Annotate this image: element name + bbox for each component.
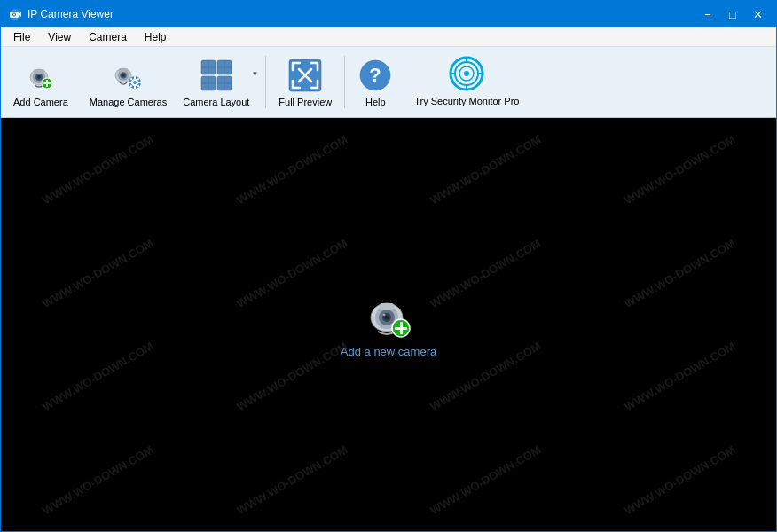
watermark-cell: WWW.WO-DOWN.COM <box>569 283 776 469</box>
menu-bar: File View Camera Help <box>1 27 776 47</box>
title-bar-controls: − □ ✕ <box>696 5 769 23</box>
full-preview-button[interactable]: Full Preview <box>268 51 342 113</box>
help-icon: ? <box>357 58 393 93</box>
main-content: WWW.WO-DOWN.COM WWW.WO-DOWN.COM WWW.WO-D… <box>1 118 776 531</box>
manage-cameras-icon <box>110 58 145 93</box>
watermark-cell: WWW.WO-DOWN.COM <box>376 118 595 262</box>
svg-rect-9 <box>34 69 44 74</box>
watermark-cell: WWW.WO-DOWN.COM <box>569 118 776 262</box>
maximize-button[interactable]: □ <box>721 5 744 23</box>
svg-rect-24 <box>138 82 141 83</box>
watermark-cell: WWW.WO-DOWN.COM <box>182 118 401 262</box>
close-button[interactable]: ✕ <box>746 5 769 23</box>
svg-point-58 <box>385 316 389 320</box>
menu-item-help[interactable]: Help <box>136 29 176 45</box>
title-bar: IP Camera Viewer − □ ✕ <box>1 1 776 27</box>
svg-text:?: ? <box>370 64 381 86</box>
add-camera-label: Add Camera <box>13 97 68 107</box>
window-icon <box>8 7 22 21</box>
minimize-button[interactable]: − <box>696 5 719 23</box>
menu-item-view[interactable]: View <box>39 29 80 45</box>
help-label: Help <box>365 97 386 107</box>
full-preview-icon <box>287 58 323 93</box>
svg-point-8 <box>37 75 41 79</box>
full-preview-label: Full Preview <box>279 97 332 107</box>
app-window: IP Camera Viewer − □ ✕ File View Camera … <box>0 0 777 532</box>
camera-layout-label: Camera Layout <box>183 97 249 107</box>
manage-cameras-label: Manage Cameras <box>90 97 167 107</box>
help-button[interactable]: ? Help <box>347 51 404 113</box>
add-camera-icon <box>23 58 59 93</box>
camera-layout-icon <box>199 58 234 93</box>
menu-item-camera[interactable]: Camera <box>80 29 136 45</box>
add-new-camera-label: Add a new camera <box>341 345 436 358</box>
add-camera-button[interactable]: Add Camera <box>3 51 79 113</box>
try-security-monitor-pro-button[interactable]: Try Security Monitor Pro <box>404 51 530 113</box>
svg-rect-17 <box>119 68 128 72</box>
watermark-cell: WWW.WO-DOWN.COM <box>1 180 208 366</box>
svg-point-4 <box>13 14 15 16</box>
title-bar-left: IP Camera Viewer <box>8 7 114 21</box>
svg-rect-12 <box>43 82 51 84</box>
watermark-cell: WWW.WO-DOWN.COM <box>376 387 595 531</box>
svg-point-49 <box>464 71 469 76</box>
watermark-cell: WWW.WO-DOWN.COM <box>569 180 776 366</box>
watermark-cell: WWW.WO-DOWN.COM <box>569 387 776 531</box>
svg-point-20 <box>133 81 137 84</box>
watermark-cell: WWW.WO-DOWN.COM <box>1 387 208 531</box>
window-title: IP Camera Viewer <box>27 8 114 20</box>
toolbar-separator-2 <box>344 56 345 108</box>
security-monitor-pro-label: Try Security Monitor Pro <box>414 95 519 107</box>
watermark-cell: WWW.WO-DOWN.COM <box>1 118 208 262</box>
svg-rect-60 <box>380 303 394 310</box>
toolbar: Add Camera <box>1 47 776 118</box>
svg-rect-21 <box>134 76 136 79</box>
manage-cameras-button[interactable]: Manage Cameras <box>79 51 177 113</box>
security-monitor-pro-icon <box>449 56 484 91</box>
menu-item-file[interactable]: File <box>4 29 39 45</box>
watermark-cell: WWW.WO-DOWN.COM <box>182 387 401 531</box>
svg-rect-63 <box>395 327 407 330</box>
svg-rect-22 <box>134 86 136 89</box>
svg-point-59 <box>383 314 386 316</box>
add-new-camera-icon <box>362 291 415 340</box>
watermark-cell: WWW.WO-DOWN.COM <box>1 283 208 469</box>
toolbar-separator-1 <box>265 56 266 108</box>
add-new-camera-button[interactable]: Add a new camera <box>341 291 436 358</box>
svg-point-16 <box>122 74 126 77</box>
camera-layout-button[interactable]: Camera Layout ▼ <box>177 51 263 113</box>
svg-rect-23 <box>129 82 131 83</box>
